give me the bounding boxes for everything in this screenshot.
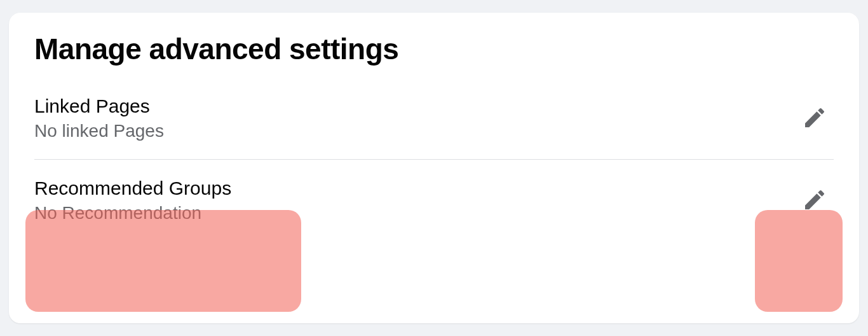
pencil-icon [802, 105, 827, 132]
page-title: Manage advanced settings [34, 32, 834, 66]
setting-recommended-groups: Recommended Groups No Recommendation [34, 159, 834, 241]
edit-recommended-groups-button[interactable] [796, 181, 834, 221]
recommended-groups-label: Recommended Groups [34, 178, 231, 199]
setting-text: Recommended Groups No Recommendation [34, 178, 231, 223]
setting-linked-pages: Linked Pages No linked Pages [34, 90, 834, 159]
edit-linked-pages-button[interactable] [796, 99, 834, 139]
linked-pages-sub: No linked Pages [34, 121, 164, 141]
pencil-icon [802, 187, 827, 214]
settings-card: Manage advanced settings Linked Pages No… [9, 13, 859, 323]
setting-text: Linked Pages No linked Pages [34, 95, 164, 141]
linked-pages-label: Linked Pages [34, 95, 164, 117]
recommended-groups-sub: No Recommendation [34, 203, 231, 223]
